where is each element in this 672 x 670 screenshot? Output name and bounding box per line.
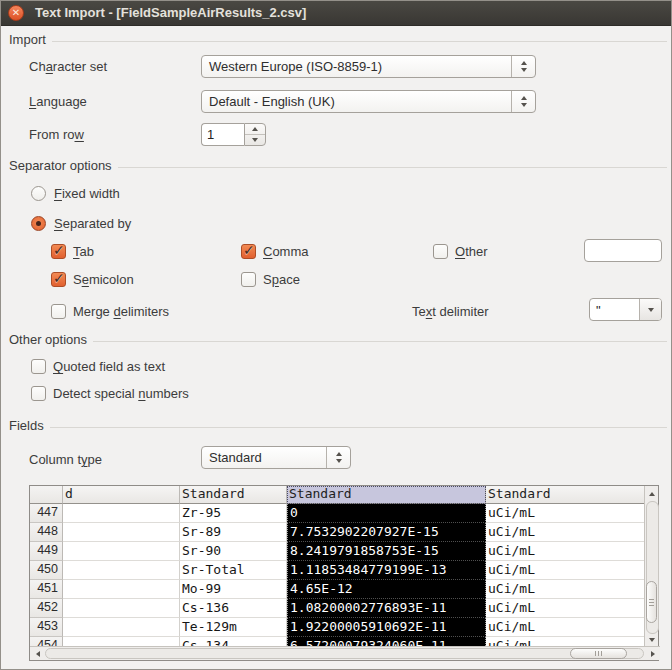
preview-cell[interactable]: uCi/mL	[486, 504, 646, 523]
preview-cell[interactable]: uCi/mL	[486, 618, 646, 637]
arrow-right-icon	[651, 651, 655, 657]
preview-cell[interactable]	[63, 580, 180, 599]
preview-cell[interactable]: uCi/mL	[486, 599, 646, 618]
comma-checkbox[interactable]	[241, 244, 256, 259]
separated-by-radio[interactable]	[31, 216, 46, 231]
preview-cell[interactable]: 1.92200005910692E-11	[287, 618, 486, 637]
space-label: Space	[263, 272, 300, 287]
preview-cell[interactable]: Sr-Total	[180, 561, 287, 580]
preview-cell[interactable]: 1.08200002776893E-11	[287, 599, 486, 618]
horizontal-scroll-thumb[interactable]	[570, 648, 627, 659]
from-row-stepper[interactable]	[244, 123, 266, 146]
preview-cell[interactable]	[63, 504, 180, 523]
preview-row-number: 447	[30, 504, 63, 523]
text-import-dialog: ✕ Text Import - [FieldSampleAirResults_2…	[0, 0, 672, 670]
section-title: Import	[9, 32, 52, 47]
chevron-down-icon	[336, 459, 342, 463]
scroll-down-button[interactable]	[645, 632, 658, 647]
scroll-left-button[interactable]	[30, 647, 45, 660]
preview-cell[interactable]	[63, 542, 180, 561]
section-divider	[52, 41, 667, 42]
text-delimiter-combobox[interactable]: "	[589, 298, 662, 321]
step-down-button[interactable]	[245, 135, 265, 145]
preview-cell[interactable]: 1.11853484779199E-13	[287, 561, 486, 580]
grip-icon	[598, 651, 599, 656]
preview-cell[interactable]: Zr-95	[180, 504, 287, 523]
horizontal-scroll-track[interactable]	[45, 648, 644, 659]
comma-label: Comma	[263, 244, 309, 259]
merge-delimiters-label: Merge delimiters	[73, 304, 169, 319]
section-title: Other options	[9, 332, 93, 347]
preview-cell[interactable]: 4.65E-12	[287, 580, 486, 599]
preview-cell[interactable]	[63, 599, 180, 618]
preview-cell[interactable]: Mo-99	[180, 580, 287, 599]
preview-cell[interactable]: Te-129m	[180, 618, 287, 637]
preview-row: 450Sr-Total1.11853484779199E-13uCi/mL	[30, 561, 646, 580]
preview-row: 447Zr-950uCi/mL	[30, 504, 646, 523]
character-set-spinner[interactable]	[511, 56, 535, 77]
vertical-scroll-thumb[interactable]	[646, 581, 657, 623]
preview-cell[interactable]: Sr-89	[180, 523, 287, 542]
scroll-right-button[interactable]	[645, 647, 660, 660]
language-combobox[interactable]: Default - English (UK)	[201, 90, 536, 113]
preview-cell[interactable]: 8.2419791858753E-15	[287, 542, 486, 561]
preview-cell[interactable]	[63, 618, 180, 637]
preview-cell[interactable]: Sr-90	[180, 542, 287, 561]
section-header-other-options: Other options	[9, 332, 667, 347]
preview-cell[interactable]: uCi/mL	[486, 580, 646, 599]
semicolon-checkbox[interactable]	[51, 272, 66, 287]
chevron-down-icon	[521, 103, 527, 107]
preview-cell[interactable]: 0	[287, 504, 486, 523]
preview-column-header[interactable]: d	[63, 486, 180, 504]
step-up-button[interactable]	[245, 124, 265, 135]
character-set-combobox[interactable]: Western Europe (ISO-8859-1)	[201, 55, 536, 78]
preview-cell[interactable]: uCi/mL	[486, 542, 646, 561]
quoted-field-checkbox[interactable]	[31, 359, 46, 374]
text-delimiter-value: "	[590, 299, 639, 320]
preview-cell[interactable]	[63, 523, 180, 542]
close-button[interactable]: ✕	[8, 5, 24, 21]
other-checkbox[interactable]	[433, 244, 448, 259]
section-header-import: Import	[9, 32, 667, 47]
chevron-up-icon	[336, 452, 342, 456]
preview-content: dStandardStandardStandard 447Zr-950uCi/m…	[30, 486, 646, 648]
preview-column-header[interactable]: Standard	[486, 486, 646, 504]
preview-cell[interactable]: uCi/mL	[486, 561, 646, 580]
preview-cell[interactable]	[63, 561, 180, 580]
fixed-width-radio[interactable]	[31, 186, 46, 201]
preview-cell[interactable]: Cs-136	[180, 599, 287, 618]
preview-cell[interactable]: 7.7532902207927E-15	[287, 523, 486, 542]
preview-header-row: dStandardStandardStandard	[30, 486, 646, 504]
other-separator-input[interactable]	[584, 239, 662, 262]
grip-icon	[649, 599, 654, 600]
grip-icon	[595, 651, 596, 656]
preview-column-header[interactable]: Standard	[180, 486, 287, 504]
column-type-combobox[interactable]: Standard	[201, 446, 351, 469]
from-row-spinbox[interactable]: 1	[201, 123, 266, 146]
column-type-spinner[interactable]	[326, 447, 350, 468]
grip-icon	[649, 605, 654, 606]
vertical-scrollbar[interactable]	[644, 486, 658, 648]
preview-row-number: 453	[30, 618, 63, 637]
preview-row-number: 450	[30, 561, 63, 580]
language-value: Default - English (UK)	[202, 94, 511, 109]
close-icon: ✕	[12, 8, 20, 18]
section-divider	[93, 341, 667, 342]
tab-checkbox[interactable]	[51, 244, 66, 259]
merge-delimiters-checkbox[interactable]	[51, 304, 66, 319]
detect-special-numbers-checkbox[interactable]	[31, 386, 46, 401]
character-set-label: Character set	[29, 59, 107, 74]
preview-cell[interactable]: uCi/mL	[486, 523, 646, 542]
space-checkbox[interactable]	[241, 272, 256, 287]
horizontal-scrollbar[interactable]	[30, 646, 660, 660]
language-spinner[interactable]	[511, 91, 535, 112]
preview-row-number: 449	[30, 542, 63, 561]
from-row-input[interactable]: 1	[201, 123, 244, 146]
arrow-down-icon	[649, 638, 655, 642]
chevron-down-icon	[648, 308, 654, 312]
arrow-left-icon	[36, 651, 40, 657]
preview-column-header[interactable]: Standard	[287, 486, 486, 504]
preview-row: 453Te-129m1.92200005910692E-11uCi/mL	[30, 618, 646, 637]
scroll-up-button[interactable]	[645, 486, 658, 501]
dropdown-button[interactable]	[639, 299, 661, 320]
